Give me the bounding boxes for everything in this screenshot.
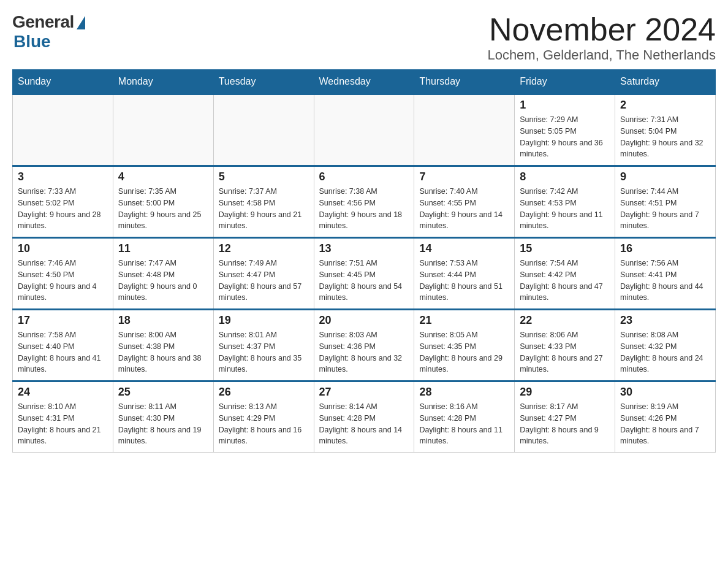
calendar-cell: 6Sunrise: 7:38 AMSunset: 4:56 PMDaylight…: [314, 166, 414, 238]
day-number: 21: [419, 314, 509, 327]
day-of-week-tuesday: Tuesday: [213, 70, 314, 94]
day-number: 7: [419, 170, 509, 183]
day-info: Sunrise: 7:31 AMSunset: 5:04 PMDaylight:…: [620, 114, 710, 160]
calendar-table: SundayMondayTuesdayWednesdayThursdayFrid…: [12, 69, 716, 453]
day-info: Sunrise: 7:33 AMSunset: 5:02 PMDaylight:…: [18, 186, 108, 232]
day-info: Sunrise: 8:03 AMSunset: 4:36 PMDaylight:…: [319, 329, 409, 375]
calendar-cell: 3Sunrise: 7:33 AMSunset: 5:02 PMDaylight…: [13, 166, 113, 238]
day-info: Sunrise: 8:01 AMSunset: 4:37 PMDaylight:…: [219, 329, 309, 375]
calendar-cell: 16Sunrise: 7:56 AMSunset: 4:41 PMDayligh…: [615, 238, 716, 310]
calendar-cell: [113, 94, 213, 166]
day-info: Sunrise: 8:00 AMSunset: 4:38 PMDaylight:…: [118, 329, 208, 375]
calendar-cell: 8Sunrise: 7:42 AMSunset: 4:53 PMDaylight…: [515, 166, 615, 238]
day-info: Sunrise: 7:37 AMSunset: 4:58 PMDaylight:…: [219, 186, 309, 232]
day-info: Sunrise: 7:40 AMSunset: 4:55 PMDaylight:…: [419, 186, 509, 232]
calendar-cell: 14Sunrise: 7:53 AMSunset: 4:44 PMDayligh…: [414, 238, 515, 310]
day-info: Sunrise: 7:38 AMSunset: 4:56 PMDaylight:…: [319, 186, 409, 232]
day-number: 29: [520, 386, 610, 399]
day-info: Sunrise: 8:08 AMSunset: 4:32 PMDaylight:…: [620, 329, 710, 375]
day-number: 17: [18, 314, 108, 327]
day-of-week-wednesday: Wednesday: [314, 70, 414, 94]
calendar-cell: 18Sunrise: 8:00 AMSunset: 4:38 PMDayligh…: [113, 310, 213, 381]
day-number: 15: [520, 242, 610, 255]
calendar-cell: 2Sunrise: 7:31 AMSunset: 5:04 PMDaylight…: [615, 94, 716, 166]
day-number: 26: [219, 386, 309, 399]
day-of-week-friday: Friday: [515, 70, 615, 94]
month-title: November 2024: [487, 12, 716, 47]
day-info: Sunrise: 7:56 AMSunset: 4:41 PMDaylight:…: [620, 258, 710, 304]
day-number: 16: [620, 242, 710, 255]
calendar-cell: [13, 94, 113, 166]
logo-blue-text: Blue: [13, 32, 51, 52]
calendar-cell: 17Sunrise: 7:58 AMSunset: 4:40 PMDayligh…: [13, 310, 113, 381]
calendar-cell: 10Sunrise: 7:46 AMSunset: 4:50 PMDayligh…: [13, 238, 113, 310]
calendar-cell: 22Sunrise: 8:06 AMSunset: 4:33 PMDayligh…: [515, 310, 615, 381]
day-info: Sunrise: 7:29 AMSunset: 5:05 PMDaylight:…: [520, 114, 610, 160]
day-number: 12: [219, 242, 309, 255]
day-info: Sunrise: 8:05 AMSunset: 4:35 PMDaylight:…: [419, 329, 509, 375]
calendar-cell: 23Sunrise: 8:08 AMSunset: 4:32 PMDayligh…: [615, 310, 716, 381]
calendar-week-4: 17Sunrise: 7:58 AMSunset: 4:40 PMDayligh…: [13, 310, 716, 381]
day-number: 8: [520, 170, 610, 183]
day-info: Sunrise: 7:46 AMSunset: 4:50 PMDaylight:…: [18, 258, 108, 304]
day-info: Sunrise: 7:51 AMSunset: 4:45 PMDaylight:…: [319, 258, 409, 304]
day-of-week-saturday: Saturday: [615, 70, 716, 94]
day-info: Sunrise: 8:11 AMSunset: 4:30 PMDaylight:…: [118, 401, 208, 447]
logo-triangle-icon: [77, 16, 85, 29]
day-number: 30: [620, 386, 710, 399]
calendar-cell: 9Sunrise: 7:44 AMSunset: 4:51 PMDaylight…: [615, 166, 716, 238]
calendar-week-5: 24Sunrise: 8:10 AMSunset: 4:31 PMDayligh…: [13, 381, 716, 453]
calendar-week-2: 3Sunrise: 7:33 AMSunset: 5:02 PMDaylight…: [13, 166, 716, 238]
calendar-cell: [414, 94, 515, 166]
calendar-cell: 15Sunrise: 7:54 AMSunset: 4:42 PMDayligh…: [515, 238, 615, 310]
day-number: 13: [319, 242, 409, 255]
calendar-cell: 5Sunrise: 7:37 AMSunset: 4:58 PMDaylight…: [213, 166, 314, 238]
calendar-cell: 1Sunrise: 7:29 AMSunset: 5:05 PMDaylight…: [515, 94, 615, 166]
day-info: Sunrise: 8:13 AMSunset: 4:29 PMDaylight:…: [219, 401, 309, 447]
day-info: Sunrise: 8:10 AMSunset: 4:31 PMDaylight:…: [18, 401, 108, 447]
day-number: 3: [18, 170, 108, 183]
day-info: Sunrise: 7:58 AMSunset: 4:40 PMDaylight:…: [18, 329, 108, 375]
day-number: 25: [118, 386, 208, 399]
day-info: Sunrise: 7:49 AMSunset: 4:47 PMDaylight:…: [219, 258, 309, 304]
header: General Blue November 2024 Lochem, Gelde…: [12, 12, 716, 63]
calendar-cell: [213, 94, 314, 166]
day-number: 27: [319, 386, 409, 399]
calendar-cell: 13Sunrise: 7:51 AMSunset: 4:45 PMDayligh…: [314, 238, 414, 310]
calendar-cell: 20Sunrise: 8:03 AMSunset: 4:36 PMDayligh…: [314, 310, 414, 381]
day-info: Sunrise: 8:17 AMSunset: 4:27 PMDaylight:…: [520, 401, 610, 447]
day-info: Sunrise: 8:06 AMSunset: 4:33 PMDaylight:…: [520, 329, 610, 375]
day-info: Sunrise: 7:47 AMSunset: 4:48 PMDaylight:…: [118, 258, 208, 304]
calendar-cell: 29Sunrise: 8:17 AMSunset: 4:27 PMDayligh…: [515, 381, 615, 453]
calendar-cell: [314, 94, 414, 166]
calendar-header-row: SundayMondayTuesdayWednesdayThursdayFrid…: [13, 70, 716, 94]
calendar-cell: 25Sunrise: 8:11 AMSunset: 4:30 PMDayligh…: [113, 381, 213, 453]
day-number: 1: [520, 99, 610, 112]
day-number: 14: [419, 242, 509, 255]
day-of-week-monday: Monday: [113, 70, 213, 94]
calendar-cell: 24Sunrise: 8:10 AMSunset: 4:31 PMDayligh…: [13, 381, 113, 453]
day-number: 4: [118, 170, 208, 183]
logo: General Blue: [12, 12, 85, 52]
day-number: 22: [520, 314, 610, 327]
calendar-cell: 12Sunrise: 7:49 AMSunset: 4:47 PMDayligh…: [213, 238, 314, 310]
day-of-week-sunday: Sunday: [13, 70, 113, 94]
calendar-cell: 28Sunrise: 8:16 AMSunset: 4:28 PMDayligh…: [414, 381, 515, 453]
calendar-cell: 4Sunrise: 7:35 AMSunset: 5:00 PMDaylight…: [113, 166, 213, 238]
day-number: 23: [620, 314, 710, 327]
calendar-cell: 7Sunrise: 7:40 AMSunset: 4:55 PMDaylight…: [414, 166, 515, 238]
calendar-cell: 11Sunrise: 7:47 AMSunset: 4:48 PMDayligh…: [113, 238, 213, 310]
day-number: 18: [118, 314, 208, 327]
day-info: Sunrise: 7:44 AMSunset: 4:51 PMDaylight:…: [620, 186, 710, 232]
day-info: Sunrise: 8:19 AMSunset: 4:26 PMDaylight:…: [620, 401, 710, 447]
day-number: 2: [620, 99, 710, 112]
logo-general-text: General: [12, 12, 74, 32]
day-info: Sunrise: 7:42 AMSunset: 4:53 PMDaylight:…: [520, 186, 610, 232]
calendar-cell: 21Sunrise: 8:05 AMSunset: 4:35 PMDayligh…: [414, 310, 515, 381]
day-info: Sunrise: 8:14 AMSunset: 4:28 PMDaylight:…: [319, 401, 409, 447]
day-number: 9: [620, 170, 710, 183]
day-of-week-thursday: Thursday: [414, 70, 515, 94]
calendar-cell: 19Sunrise: 8:01 AMSunset: 4:37 PMDayligh…: [213, 310, 314, 381]
calendar-week-3: 10Sunrise: 7:46 AMSunset: 4:50 PMDayligh…: [13, 238, 716, 310]
calendar-cell: 30Sunrise: 8:19 AMSunset: 4:26 PMDayligh…: [615, 381, 716, 453]
